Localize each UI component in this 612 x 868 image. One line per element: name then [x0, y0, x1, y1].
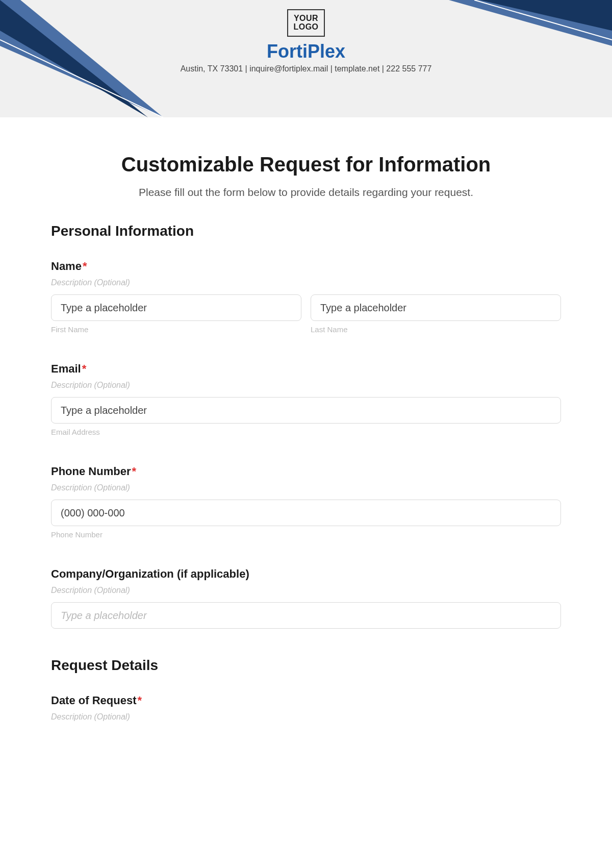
- email-description: Description (Optional): [51, 381, 561, 390]
- section-request-details: Request Details: [51, 657, 561, 674]
- date-request-label: Date of Request*: [51, 694, 561, 707]
- required-star: *: [137, 694, 142, 707]
- last-name-sublabel: Last Name: [311, 325, 561, 334]
- phone-input[interactable]: [51, 500, 561, 526]
- date-request-label-text: Date of Request: [51, 694, 136, 707]
- name-label: Name*: [51, 260, 561, 273]
- email-label: Email*: [51, 362, 561, 376]
- logo-text-line2: LOGO: [293, 23, 318, 32]
- field-company: Company/Organization (if applicable) Des…: [51, 567, 561, 629]
- company-description: Description (Optional): [51, 586, 561, 595]
- company-label: Company/Organization (if applicable): [51, 567, 561, 581]
- name-description: Description (Optional): [51, 278, 561, 287]
- first-name-sublabel: First Name: [51, 325, 301, 334]
- page-title: Customizable Request for Information: [51, 153, 561, 176]
- phone-label: Phone Number*: [51, 465, 561, 478]
- company-name: FortiPlex: [0, 41, 612, 62]
- company-contact-line: Austin, TX 73301 | inquire@fortiplex.mai…: [0, 64, 612, 73]
- field-email: Email* Description (Optional) Email Addr…: [51, 362, 561, 436]
- email-label-text: Email: [51, 362, 81, 375]
- first-name-input[interactable]: [51, 294, 301, 321]
- field-phone: Phone Number* Description (Optional) Pho…: [51, 465, 561, 539]
- company-input[interactable]: [51, 602, 561, 629]
- form-page: Customizable Request for Information Ple…: [0, 117, 612, 749]
- phone-label-text: Phone Number: [51, 465, 131, 478]
- phone-description: Description (Optional): [51, 483, 561, 492]
- field-name: Name* Description (Optional) First Name …: [51, 260, 561, 334]
- field-date-request: Date of Request* Description (Optional): [51, 694, 561, 722]
- date-request-description: Description (Optional): [51, 712, 561, 722]
- name-label-text: Name: [51, 260, 82, 272]
- email-input[interactable]: [51, 397, 561, 424]
- section-personal-info: Personal Information: [51, 223, 561, 239]
- header-banner: YOUR LOGO FortiPlex Austin, TX 73301 | i…: [0, 0, 612, 117]
- required-star: *: [82, 362, 87, 375]
- logo-placeholder: YOUR LOGO: [287, 9, 324, 37]
- required-star: *: [83, 260, 87, 272]
- phone-sublabel: Phone Number: [51, 530, 561, 539]
- page-intro: Please fill out the form below to provid…: [51, 186, 561, 199]
- required-star: *: [132, 465, 136, 478]
- email-sublabel: Email Address: [51, 428, 561, 436]
- last-name-input[interactable]: [311, 294, 561, 321]
- logo-text-line1: YOUR: [293, 14, 318, 23]
